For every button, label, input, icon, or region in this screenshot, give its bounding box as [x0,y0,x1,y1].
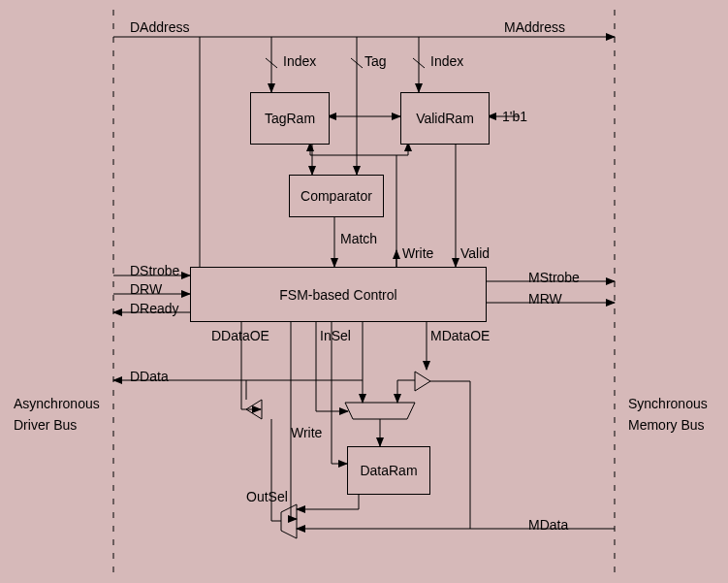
write2-label: Write [291,425,322,440]
async-label: Asynchronous [14,396,100,411]
index1-label: Index [283,53,316,69]
dstrobe-label: DStrobe [130,263,179,278]
match-label: Match [340,231,377,246]
validram-label: ValidRam [416,111,474,126]
membus-label: Memory Bus [628,417,705,433]
drw-label: DRW [130,281,162,297]
dataram-label: DataRam [360,463,417,478]
comparator-label: Comparator [301,188,372,204]
outsel-label: OutSel [246,489,288,504]
maddress-label: MAddress [504,19,565,35]
oneb1-label: 1'b1 [502,109,527,124]
write1-label: Write [402,245,433,261]
ddataoe-label: DDataOE [211,328,269,343]
valid-label: Valid [460,245,490,261]
fsm-label: FSM-based Control [279,287,396,303]
mdataoe-label: MDataOE [430,328,490,343]
comparator-block: Comparator [289,175,384,217]
dready-label: DReady [130,301,179,316]
tagram-block: TagRam [250,92,330,145]
tagram-label: TagRam [265,111,315,126]
diagram-canvas: TagRam ValidRam Comparator FSM-based Con… [0,0,728,583]
tag-label: Tag [364,53,387,69]
ddata-label: DData [130,369,169,384]
mrw-label: MRW [528,291,562,307]
validram-block: ValidRam [400,92,490,145]
driverbus-label: Driver Bus [14,417,77,433]
daddress-label: DAddress [130,19,189,35]
dataram-block: DataRam [347,446,430,495]
index2-label: Index [430,53,463,69]
svg-line-9 [413,58,425,68]
mdata-label: MData [528,517,568,533]
fsm-block: FSM-based Control [190,267,487,322]
mstrobe-label: MStrobe [528,270,580,285]
svg-line-5 [266,58,277,68]
insel-label: InSel [320,328,351,343]
svg-line-7 [351,58,363,68]
sync-label: Synchronous [628,396,708,411]
